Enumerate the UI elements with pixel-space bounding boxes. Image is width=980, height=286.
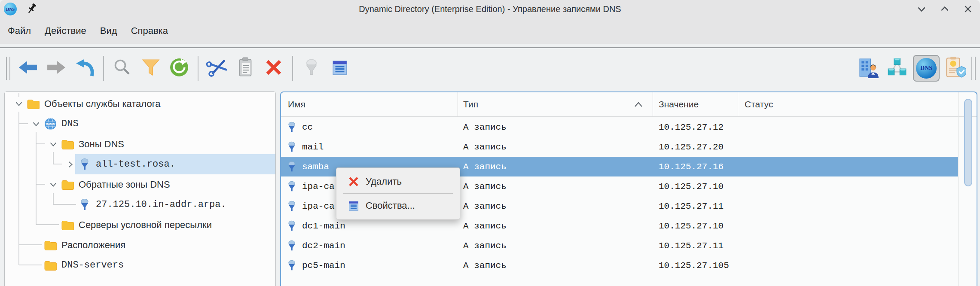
tree-item[interactable]: DNS-servers (5, 255, 275, 275)
forward-button[interactable] (42, 54, 70, 82)
back-button[interactable] (14, 54, 42, 82)
close-icon[interactable] (963, 4, 973, 14)
tree-item-label: Расположения (61, 240, 125, 251)
delete-button[interactable] (260, 54, 288, 82)
chevron-down-icon[interactable] (12, 99, 26, 109)
menu-действие[interactable]: Действие (38, 23, 93, 39)
dns-sphere-icon: DNS (916, 58, 937, 79)
tree-item[interactable]: Серверы условной пересылки (5, 215, 275, 235)
record-type: A запись (463, 241, 507, 251)
filter-funnel-icon (141, 58, 160, 79)
cut-button[interactable] (203, 54, 231, 82)
column-header-label: Тип (463, 99, 478, 110)
chevron-down-icon[interactable] (46, 139, 61, 149)
column-header[interactable]: Статус (738, 92, 977, 116)
record-value: 10.125.27.10 (659, 221, 724, 231)
column-header[interactable]: Тип (458, 92, 653, 116)
record-icon (287, 240, 296, 252)
context-menu-item[interactable]: Свойства... (336, 195, 460, 216)
refresh-button[interactable] (165, 54, 193, 82)
certificate-shield-icon (945, 56, 966, 80)
properties-icon (347, 200, 360, 212)
menu-bar: ФайлДействиеВидСправка (0, 18, 980, 44)
search-icon (113, 58, 132, 79)
certificates-button[interactable] (941, 54, 970, 82)
tree-item[interactable]: Объекты службы каталога (5, 94, 275, 114)
context-menu-item-label: Удалить (366, 176, 402, 187)
scrollbar-thumb[interactable] (964, 99, 972, 186)
record-value: 10.125.27.12 (659, 122, 724, 132)
tree-item-label: DNS-servers (61, 260, 124, 271)
record-icon (287, 201, 296, 212)
tree-item-label: DNS (61, 119, 79, 129)
sort-ascending-icon (634, 101, 643, 108)
record-icon (78, 158, 92, 171)
main-content: Объекты службы каталогаWWWDNSЗоны DNSall… (0, 88, 980, 286)
new-record-button[interactable] (297, 54, 326, 82)
title-bar: DNS Dynamic Directory (Enterprise Editio… (0, 0, 980, 18)
tree-item[interactable]: Расположения (5, 235, 275, 255)
vertical-scrollbar[interactable] (958, 92, 977, 286)
folder-icon (61, 139, 74, 149)
record-icon (287, 220, 296, 232)
record-icon (287, 161, 296, 173)
record-name: cc (302, 122, 313, 132)
context-menu-item[interactable]: Удалить (336, 171, 460, 192)
column-header-label: Статус (745, 99, 773, 110)
toolbar-drag-handle[interactable] (6, 57, 10, 80)
filter-button[interactable] (137, 54, 165, 82)
menu-вид[interactable]: Вид (93, 23, 124, 39)
menu-справка[interactable]: Справка (124, 23, 175, 39)
window-title: Dynamic Directory (Enterprise Edition) -… (0, 4, 980, 14)
svg-text:WWW: WWW (46, 122, 55, 126)
record-icon (287, 181, 296, 192)
record-list-button[interactable] (326, 54, 354, 82)
record-type: A запись (463, 182, 507, 192)
column-header[interactable]: Значение (653, 92, 738, 116)
minimize-icon[interactable] (916, 4, 927, 14)
paste-button[interactable] (231, 54, 260, 82)
record-type: A запись (463, 162, 507, 172)
tree-item-label: all-test.rosa. (96, 159, 175, 170)
table-row[interactable]: pc5-mainA запись10.125.27.105 (281, 256, 958, 275)
column-header[interactable]: Имя (281, 92, 458, 116)
folder-icon (43, 240, 57, 250)
tree-item[interactable]: all-test.rosa. (5, 154, 275, 174)
table-row[interactable]: ccA запись10.125.27.12 (281, 117, 958, 137)
record-disabled-icon (304, 58, 319, 78)
record-name: mail (302, 142, 324, 152)
organization-users-button[interactable] (855, 54, 883, 82)
record-type: A запись (463, 122, 507, 132)
chevron-down-icon[interactable] (29, 119, 43, 129)
back-arrow-icon (18, 58, 38, 78)
record-type: A запись (463, 142, 507, 152)
undo-button[interactable] (70, 54, 99, 82)
context-menu: УдалитьСвойства... (336, 167, 460, 220)
tree-item[interactable]: 27.125.10.in-addr.arpa. (5, 195, 275, 215)
menu-файл[interactable]: Файл (1, 23, 38, 39)
chevron-right-icon[interactable] (63, 159, 78, 170)
organization-users-icon (858, 57, 879, 80)
folder-icon (26, 98, 40, 109)
dns-view-button[interactable]: DNS (913, 55, 940, 82)
context-menu-separator (343, 193, 453, 194)
refresh-icon (169, 58, 189, 79)
record-name: samba (302, 162, 329, 172)
tree-item-label: Зоны DNS (79, 139, 124, 150)
search-button[interactable] (108, 54, 137, 82)
tree-item[interactable]: Обратные зоны DNS (5, 174, 275, 195)
maximize-icon[interactable] (940, 4, 950, 14)
record-name: dc2-main (302, 241, 345, 251)
chevron-down-icon[interactable] (46, 180, 61, 190)
globe-icon: WWW (43, 118, 57, 130)
network-nodes-button[interactable] (883, 54, 911, 82)
tree-item[interactable]: Зоны DNS (5, 134, 275, 154)
record-value: 10.125.27.20 (659, 142, 724, 152)
context-menu-item-label: Свойства... (366, 200, 415, 211)
tree-item-label: Серверы условной пересылки (79, 219, 212, 231)
tree-item[interactable]: WWWDNS (5, 114, 275, 134)
table-row[interactable]: mailA запись10.125.27.20 (281, 137, 958, 157)
table-row[interactable]: dc2-mainA запись10.125.27.11 (281, 236, 958, 256)
toolbar-drag-handle[interactable] (971, 57, 976, 80)
record-icon (287, 141, 296, 153)
